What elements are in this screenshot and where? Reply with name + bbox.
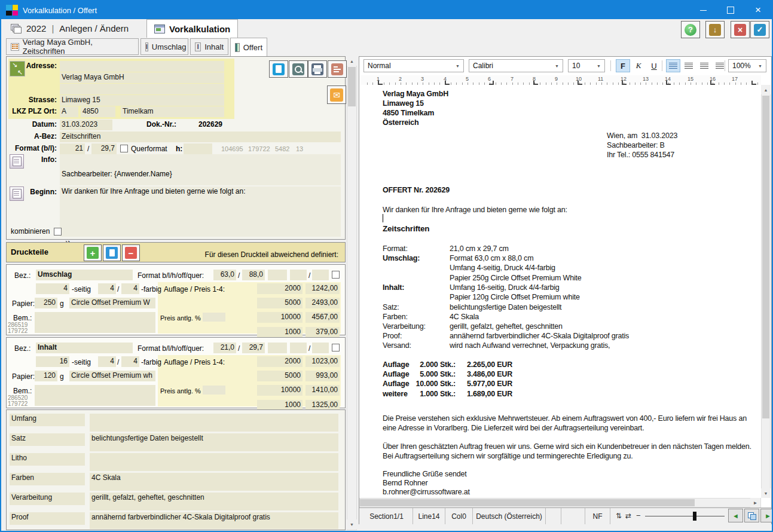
document-page[interactable]	[359, 85, 761, 498]
form-settings-button[interactable]	[328, 60, 347, 78]
seitig-field[interactable]: 16	[36, 356, 69, 367]
align-right-button[interactable]	[697, 59, 711, 72]
ort-field[interactable]: Timelkam	[121, 106, 224, 117]
font-dropdown[interactable]: Calibri▼	[469, 59, 563, 72]
auflage-price-field[interactable]: 379,00	[305, 327, 340, 338]
detail-label-field[interactable]: Umfang	[10, 414, 85, 426]
part-format-l-field[interactable]: 88,0	[242, 270, 265, 280]
left-scrollbar-thumb[interactable]	[348, 67, 356, 106]
bem-field[interactable]	[35, 385, 155, 406]
adresse-line1-field[interactable]	[60, 61, 224, 72]
document-scrollbar-thumb[interactable]	[762, 96, 769, 418]
tab-stop-marker[interactable]	[378, 81, 383, 85]
part-quer-checkbox[interactable]	[332, 271, 340, 279]
papier-name-field[interactable]: Circle Offset Premium wh	[69, 371, 155, 381]
style-dropdown[interactable]: Normal▼	[363, 59, 464, 72]
tab-stop-marker[interactable]	[489, 81, 494, 85]
auflage-price-field[interactable]: 1023,00	[305, 356, 340, 367]
scroll-up-icon[interactable]: ▲	[761, 85, 771, 94]
auflage-qty-field[interactable]: 2000	[257, 356, 303, 367]
auflage-price-field[interactable]: 993,00	[305, 371, 340, 381]
adresse-line2-field[interactable]: Verlag Maya GmbH	[60, 72, 224, 83]
detail-label-field[interactable]: Satz	[10, 433, 85, 446]
copy-druckteil-button[interactable]	[103, 244, 121, 261]
beginn-textarea[interactable]: Wir danken für Ihre Anfrage und bieten g…	[60, 186, 341, 237]
scroll-right-icon[interactable]: ►	[750, 498, 760, 507]
page-overview-button[interactable]	[744, 509, 759, 522]
scroll-down-icon[interactable]: ▼	[761, 488, 771, 498]
auflage-qty-field[interactable]: 5000	[257, 371, 303, 381]
tab-offert[interactable]: Offert	[230, 38, 267, 56]
maximize-button[interactable]	[717, 1, 744, 19]
detail-label-field[interactable]: Farben	[10, 473, 85, 485]
cancel-button[interactable]: ×	[731, 21, 750, 38]
save-button[interactable]: ↓	[705, 21, 725, 38]
scroll-down-icon[interactable]: ▼	[347, 519, 357, 529]
minimize-button[interactable]	[689, 1, 717, 19]
detail-value-field[interactable]: belichtungsfertige Daten beigestellt	[90, 433, 338, 451]
part-format-h-field[interactable]	[268, 270, 287, 280]
tab-umschlag[interactable]: I Umschlag	[140, 38, 188, 55]
bem-field[interactable]	[35, 312, 155, 333]
part-format-off-field[interactable]	[290, 343, 307, 353]
querformat-checkbox[interactable]	[120, 145, 128, 152]
part-format-l-field[interactable]: 29,7	[242, 343, 265, 353]
preis-antlg-field[interactable]	[203, 386, 225, 395]
auflage-qty-field[interactable]: 10000	[257, 312, 303, 323]
kombinieren-checkbox[interactable]	[54, 228, 62, 236]
zoom-dropdown[interactable]: 100%▼	[728, 59, 766, 72]
h-scrollbar-thumb[interactable]	[360, 499, 695, 506]
part-format-off-field[interactable]	[290, 270, 307, 280]
help-button[interactable]: ?	[681, 21, 700, 38]
auflage-price-field[interactable]: 4567,00	[305, 312, 340, 323]
auflage-qty-field[interactable]: 5000	[257, 298, 303, 308]
tab-vorkalkulation[interactable]: Vorkalkulation	[146, 19, 238, 38]
scroll-up-icon[interactable]: ▲	[347, 56, 357, 66]
farbig-b-field[interactable]: 4	[121, 356, 139, 367]
pan-horizontal-icon[interactable]: ⇄	[625, 512, 631, 520]
auflage-price-field[interactable]: 2493,00	[305, 298, 340, 308]
bez-field[interactable]: Inhalt	[36, 343, 133, 353]
underline-button[interactable]: U	[647, 59, 661, 72]
preis-antlg-field[interactable]	[203, 313, 225, 322]
tab-inhalt[interactable]: I Inhalt	[190, 38, 228, 55]
tab-stop-marker[interactable]	[622, 81, 627, 85]
farbig-a-field[interactable]: 4	[98, 283, 116, 294]
detail-label-field[interactable]: Litho	[10, 453, 85, 466]
detail-value-field[interactable]: gerillt, gefalzt, geheftet, geschnitten	[90, 493, 338, 510]
next-page-button[interactable]: ►	[760, 509, 773, 522]
tab-stop-marker[interactable]	[578, 81, 582, 85]
h-field[interactable]	[184, 143, 212, 154]
papier-g-field[interactable]: 120	[35, 371, 57, 381]
new-document-button[interactable]	[269, 60, 288, 78]
part-quer-checkbox[interactable]	[332, 344, 340, 351]
format-l-field[interactable]: 29,7	[91, 143, 117, 154]
adresse-line3-field[interactable]	[60, 84, 224, 94]
tab-stop-marker[interactable]	[751, 81, 756, 85]
format-b-field[interactable]: 21	[60, 143, 85, 154]
detail-label-field[interactable]: Verarbeitung	[10, 493, 85, 505]
auflage-price-field[interactable]: 1410,00	[305, 385, 340, 396]
lkz-field[interactable]: A	[60, 106, 78, 117]
datum-field[interactable]: 31.03.2023	[60, 120, 112, 130]
remove-druckteil-button[interactable]: −	[122, 244, 140, 261]
zoom-slider-track[interactable]	[645, 516, 725, 516]
detail-value-field[interactable]: annähernd farbverbindlicher 4C-Skala Dig…	[90, 512, 338, 529]
part-format-b-field[interactable]: 63,0	[213, 270, 236, 280]
detail-value-field[interactable]	[90, 414, 338, 432]
email-button[interactable]: ✉	[327, 85, 346, 104]
ok-button[interactable]: ✓	[750, 21, 769, 38]
tab-stop-marker[interactable]	[445, 81, 450, 85]
pan-vertical-icon[interactable]: ⇅	[616, 512, 622, 520]
tab-stop-marker[interactable]	[710, 81, 715, 85]
part-format-quer-field[interactable]	[312, 270, 329, 280]
detail-value-field[interactable]: 4C Skala	[90, 473, 338, 491]
a-bez-field[interactable]: Zeitschriften	[60, 132, 341, 142]
close-button[interactable]: ×	[744, 1, 772, 19]
auflage-qty-field[interactable]: 10000	[257, 385, 303, 396]
auflage-qty-field[interactable]: 2000	[257, 283, 303, 294]
tab-customer[interactable]: Verlag Maya GmbH, Zeitschriften	[6, 38, 139, 55]
search-button[interactable]	[289, 60, 308, 78]
tab-stop-marker[interactable]	[666, 81, 671, 85]
tab-year-mode[interactable]: 2022 | Anlegen / Ändern	[5, 20, 135, 36]
